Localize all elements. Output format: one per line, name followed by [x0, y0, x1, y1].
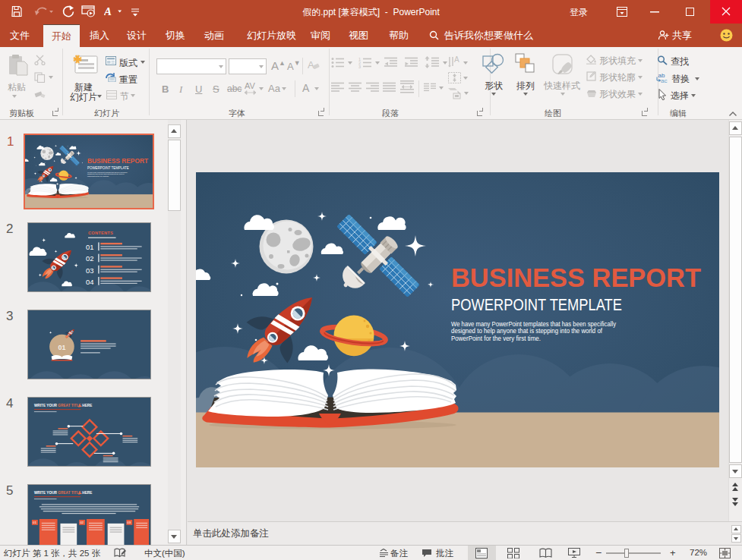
svg-text:04: 04: [86, 278, 93, 286]
svg-text:02: 02: [86, 255, 93, 263]
svg-text:3: 3: [358, 64, 361, 69]
svg-text:01: 01: [58, 344, 66, 351]
svg-text:WRITE YOUR GREAT TITLE HERE: WRITE YOUR GREAT TITLE HERE: [34, 404, 93, 407]
svg-text:ac: ac: [661, 77, 667, 83]
svg-text:01: 01: [33, 521, 36, 524]
svg-text:A: A: [454, 55, 459, 64]
svg-text:03: 03: [127, 521, 131, 524]
svg-text:A: A: [308, 59, 314, 71]
svg-text:WRITE YOUR GREAT TITLE HERE: WRITE YOUR GREAT TITLE HERE: [34, 491, 93, 495]
svg-text:01: 01: [86, 244, 93, 251]
svg-text:CONTENTS: CONTENTS: [88, 231, 113, 235]
svg-text:03: 03: [86, 267, 93, 275]
svg-text:02: 02: [80, 521, 84, 524]
